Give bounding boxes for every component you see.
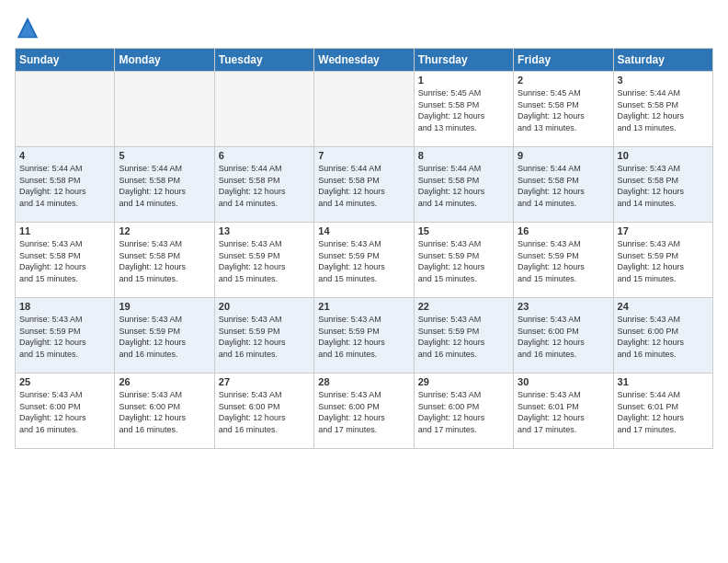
day-info: Sunrise: 5:44 AM Sunset: 5:58 PM Dayligh… (19, 163, 110, 209)
calendar-cell: 28Sunrise: 5:43 AM Sunset: 6:00 PM Dayli… (314, 373, 414, 449)
day-number: 21 (318, 301, 409, 312)
calendar-cell: 20Sunrise: 5:43 AM Sunset: 5:59 PM Dayli… (214, 298, 313, 373)
day-number: 25 (19, 376, 110, 387)
day-number: 7 (318, 150, 409, 161)
day-info: Sunrise: 5:43 AM Sunset: 5:58 PM Dayligh… (618, 163, 709, 209)
day-info: Sunrise: 5:43 AM Sunset: 5:59 PM Dayligh… (19, 314, 110, 360)
weekday-header-friday: Friday (514, 49, 613, 72)
day-info: Sunrise: 5:43 AM Sunset: 6:00 PM Dayligh… (19, 389, 110, 435)
day-number: 26 (119, 376, 210, 387)
day-number: 8 (418, 150, 509, 161)
day-number: 29 (418, 376, 509, 387)
calendar-cell: 23Sunrise: 5:43 AM Sunset: 6:00 PM Dayli… (514, 298, 613, 373)
day-info: Sunrise: 5:43 AM Sunset: 5:59 PM Dayligh… (518, 238, 609, 284)
calendar-cell (115, 72, 214, 147)
day-info: Sunrise: 5:43 AM Sunset: 5:59 PM Dayligh… (618, 238, 709, 284)
day-info: Sunrise: 5:43 AM Sunset: 6:00 PM Dayligh… (318, 389, 409, 435)
calendar-cell: 14Sunrise: 5:43 AM Sunset: 5:59 PM Dayli… (314, 223, 414, 298)
day-info: Sunrise: 5:43 AM Sunset: 5:58 PM Dayligh… (119, 238, 210, 284)
day-number: 19 (119, 301, 210, 312)
calendar-cell: 4Sunrise: 5:44 AM Sunset: 5:58 PM Daylig… (16, 147, 115, 223)
day-info: Sunrise: 5:43 AM Sunset: 6:01 PM Dayligh… (518, 389, 609, 435)
calendar-cell: 21Sunrise: 5:43 AM Sunset: 5:59 PM Dayli… (314, 298, 414, 373)
calendar-cell: 12Sunrise: 5:43 AM Sunset: 5:58 PM Dayli… (115, 223, 214, 298)
day-number: 12 (119, 225, 210, 236)
weekday-header-tuesday: Tuesday (214, 49, 313, 72)
week-row-4: 18Sunrise: 5:43 AM Sunset: 5:59 PM Dayli… (16, 298, 713, 373)
calendar-cell: 2Sunrise: 5:45 AM Sunset: 5:58 PM Daylig… (514, 72, 613, 147)
weekday-header-monday: Monday (115, 49, 214, 72)
day-number: 10 (618, 150, 709, 161)
day-info: Sunrise: 5:44 AM Sunset: 5:58 PM Dayligh… (318, 163, 409, 209)
day-info: Sunrise: 5:43 AM Sunset: 5:59 PM Dayligh… (418, 314, 509, 360)
calendar-cell: 6Sunrise: 5:44 AM Sunset: 5:58 PM Daylig… (214, 147, 313, 223)
calendar-cell: 13Sunrise: 5:43 AM Sunset: 5:59 PM Dayli… (214, 223, 313, 298)
calendar-cell: 3Sunrise: 5:44 AM Sunset: 5:58 PM Daylig… (613, 72, 712, 147)
day-number: 17 (618, 225, 709, 236)
day-number: 18 (19, 301, 110, 312)
calendar-cell: 17Sunrise: 5:43 AM Sunset: 5:59 PM Dayli… (613, 223, 712, 298)
calendar-cell: 15Sunrise: 5:43 AM Sunset: 5:59 PM Dayli… (414, 223, 513, 298)
calendar-cell: 25Sunrise: 5:43 AM Sunset: 6:00 PM Dayli… (16, 373, 115, 449)
day-info: Sunrise: 5:45 AM Sunset: 5:58 PM Dayligh… (518, 87, 609, 133)
weekday-header-saturday: Saturday (613, 49, 712, 72)
calendar-cell: 24Sunrise: 5:43 AM Sunset: 6:00 PM Dayli… (613, 298, 712, 373)
week-row-5: 25Sunrise: 5:43 AM Sunset: 6:00 PM Dayli… (16, 373, 713, 449)
calendar-cell: 16Sunrise: 5:43 AM Sunset: 5:59 PM Dayli… (514, 223, 613, 298)
calendar-cell: 26Sunrise: 5:43 AM Sunset: 6:00 PM Dayli… (115, 373, 214, 449)
day-number: 14 (318, 225, 409, 236)
day-number: 16 (518, 225, 609, 236)
day-number: 4 (19, 150, 110, 161)
day-number: 6 (219, 150, 310, 161)
header (15, 15, 713, 40)
day-info: Sunrise: 5:43 AM Sunset: 5:59 PM Dayligh… (219, 238, 310, 284)
calendar-cell: 10Sunrise: 5:43 AM Sunset: 5:58 PM Dayli… (613, 147, 712, 223)
calendar-cell (214, 72, 313, 147)
logo (15, 15, 44, 40)
day-info: Sunrise: 5:43 AM Sunset: 5:59 PM Dayligh… (418, 238, 509, 284)
calendar-cell: 9Sunrise: 5:44 AM Sunset: 5:58 PM Daylig… (514, 147, 613, 223)
week-row-1: 1Sunrise: 5:45 AM Sunset: 5:58 PM Daylig… (16, 72, 713, 147)
calendar-table: SundayMondayTuesdayWednesdayThursdayFrid… (15, 48, 713, 449)
day-info: Sunrise: 5:43 AM Sunset: 5:59 PM Dayligh… (318, 238, 409, 284)
day-info: Sunrise: 5:43 AM Sunset: 5:59 PM Dayligh… (219, 314, 310, 360)
day-number: 20 (219, 301, 310, 312)
day-number: 15 (418, 225, 509, 236)
day-number: 31 (618, 376, 709, 387)
calendar-cell: 19Sunrise: 5:43 AM Sunset: 5:59 PM Dayli… (115, 298, 214, 373)
weekday-header-wednesday: Wednesday (314, 49, 414, 72)
day-number: 13 (219, 225, 310, 236)
day-info: Sunrise: 5:43 AM Sunset: 6:00 PM Dayligh… (618, 314, 709, 360)
day-number: 28 (318, 376, 409, 387)
calendar-cell: 18Sunrise: 5:43 AM Sunset: 5:59 PM Dayli… (16, 298, 115, 373)
calendar-cell: 8Sunrise: 5:44 AM Sunset: 5:58 PM Daylig… (414, 147, 513, 223)
week-row-2: 4Sunrise: 5:44 AM Sunset: 5:58 PM Daylig… (16, 147, 713, 223)
day-info: Sunrise: 5:44 AM Sunset: 6:01 PM Dayligh… (618, 389, 709, 435)
day-info: Sunrise: 5:43 AM Sunset: 5:59 PM Dayligh… (318, 314, 409, 360)
day-number: 22 (418, 301, 509, 312)
day-number: 5 (119, 150, 210, 161)
calendar-container: SundayMondayTuesdayWednesdayThursdayFrid… (0, 0, 728, 563)
weekday-header-sunday: Sunday (16, 49, 115, 72)
day-info: Sunrise: 5:44 AM Sunset: 5:58 PM Dayligh… (618, 87, 709, 133)
day-info: Sunrise: 5:43 AM Sunset: 5:59 PM Dayligh… (119, 314, 210, 360)
day-number: 11 (19, 225, 110, 236)
weekday-header-row: SundayMondayTuesdayWednesdayThursdayFrid… (16, 49, 713, 72)
day-number: 1 (418, 75, 509, 86)
day-info: Sunrise: 5:43 AM Sunset: 6:00 PM Dayligh… (119, 389, 210, 435)
calendar-cell (314, 72, 414, 147)
calendar-cell: 1Sunrise: 5:45 AM Sunset: 5:58 PM Daylig… (414, 72, 513, 147)
day-info: Sunrise: 5:43 AM Sunset: 6:00 PM Dayligh… (518, 314, 609, 360)
logo-icon (15, 15, 40, 40)
week-row-3: 11Sunrise: 5:43 AM Sunset: 5:58 PM Dayli… (16, 223, 713, 298)
day-info: Sunrise: 5:43 AM Sunset: 6:00 PM Dayligh… (219, 389, 310, 435)
calendar-cell (16, 72, 115, 147)
day-number: 30 (518, 376, 609, 387)
day-number: 2 (518, 75, 609, 86)
day-info: Sunrise: 5:43 AM Sunset: 6:00 PM Dayligh… (418, 389, 509, 435)
calendar-cell: 22Sunrise: 5:43 AM Sunset: 5:59 PM Dayli… (414, 298, 513, 373)
day-info: Sunrise: 5:43 AM Sunset: 5:58 PM Dayligh… (19, 238, 110, 284)
day-number: 27 (219, 376, 310, 387)
calendar-cell: 30Sunrise: 5:43 AM Sunset: 6:01 PM Dayli… (514, 373, 613, 449)
day-number: 24 (618, 301, 709, 312)
